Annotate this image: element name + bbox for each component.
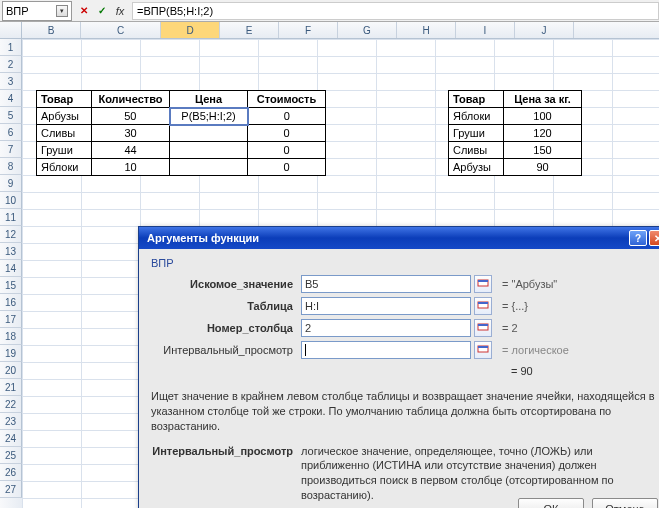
- cell-item[interactable]: Сливы: [449, 142, 504, 159]
- row-header-13[interactable]: 13: [0, 243, 22, 260]
- name-box[interactable]: ВПР ▾: [2, 1, 72, 21]
- row-header-21[interactable]: 21: [0, 379, 22, 396]
- col-header-G[interactable]: G: [338, 22, 397, 38]
- row-header-20[interactable]: 20: [0, 362, 22, 379]
- cell-price[interactable]: [170, 142, 248, 159]
- cell-qty[interactable]: 10: [92, 159, 170, 176]
- row-header-3[interactable]: 3: [0, 73, 22, 90]
- row-header-15[interactable]: 15: [0, 277, 22, 294]
- row-header-19[interactable]: 19: [0, 345, 22, 362]
- row-header-8[interactable]: 8: [0, 158, 22, 175]
- cell-item[interactable]: Яблоки: [37, 159, 92, 176]
- cell-cost[interactable]: 0: [248, 159, 326, 176]
- svg-rect-1: [478, 280, 488, 282]
- cell-qty[interactable]: 30: [92, 125, 170, 142]
- cell-price[interactable]: [170, 125, 248, 142]
- cell-item[interactable]: Арбузы: [37, 108, 92, 125]
- select-all-corner[interactable]: [0, 22, 22, 38]
- collapse-dialog-icon[interactable]: [474, 297, 492, 315]
- arg-input-range[interactable]: [301, 341, 471, 359]
- row-header-7[interactable]: 7: [0, 141, 22, 158]
- th-price: Цена: [170, 91, 248, 108]
- row-header-4[interactable]: 4: [0, 90, 22, 107]
- cell-cost[interactable]: 0: [248, 108, 326, 125]
- cell-cost[interactable]: 0: [248, 125, 326, 142]
- grid[interactable]: Товар Количество Цена Стоимость Арбузы 5…: [22, 39, 659, 508]
- th-cost: Стоимость: [248, 91, 326, 108]
- cell-item[interactable]: Груши: [37, 142, 92, 159]
- col-header-J[interactable]: J: [515, 22, 574, 38]
- row-header-22[interactable]: 22: [0, 396, 22, 413]
- cell-qty[interactable]: 50: [92, 108, 170, 125]
- row-header-26[interactable]: 26: [0, 464, 22, 481]
- cancel-formula-button[interactable]: ✕: [76, 3, 92, 19]
- col-header-E[interactable]: E: [220, 22, 279, 38]
- row-header-1[interactable]: 1: [0, 39, 22, 56]
- arg-result: = "Арбузы": [502, 278, 557, 290]
- row-header-25[interactable]: 25: [0, 447, 22, 464]
- dialog-title: Аргументы функции: [147, 232, 259, 244]
- products-table: Товар Количество Цена Стоимость Арбузы 5…: [36, 90, 326, 176]
- col-header-F[interactable]: F: [279, 22, 338, 38]
- row-header-23[interactable]: 23: [0, 413, 22, 430]
- arg-input-col[interactable]: 2: [301, 319, 471, 337]
- th-price: Цена за кг.: [504, 91, 582, 108]
- arg-input-table[interactable]: H:I: [301, 297, 471, 315]
- cell-cost[interactable]: 0: [248, 142, 326, 159]
- name-box-dropdown-icon[interactable]: ▾: [56, 5, 68, 17]
- col-header-I[interactable]: I: [456, 22, 515, 38]
- row-header-24[interactable]: 24: [0, 430, 22, 447]
- row-header-11[interactable]: 11: [0, 209, 22, 226]
- ok-button[interactable]: ОК: [518, 498, 584, 508]
- row-header-9[interactable]: 9: [0, 175, 22, 192]
- cell-price[interactable]: 100: [504, 108, 582, 125]
- cell-price[interactable]: [170, 159, 248, 176]
- collapse-dialog-icon[interactable]: [474, 341, 492, 359]
- row-header-14[interactable]: 14: [0, 260, 22, 277]
- cell-qty[interactable]: 44: [92, 142, 170, 159]
- cancel-button[interactable]: Отмена: [592, 498, 658, 508]
- table-row: Яблоки 100: [449, 108, 582, 125]
- row-header-18[interactable]: 18: [0, 328, 22, 345]
- cell-price-selected[interactable]: Р(B5;H:I;2): [170, 108, 248, 125]
- collapse-dialog-icon[interactable]: [474, 275, 492, 293]
- row-header-6[interactable]: 6: [0, 124, 22, 141]
- cell-item[interactable]: Сливы: [37, 125, 92, 142]
- table-row: Груши 44 0: [37, 142, 326, 159]
- svg-rect-5: [478, 324, 488, 326]
- dialog-body: ВПР Искомое_значение B5 = "Арбузы" Табли…: [139, 249, 659, 508]
- col-header-B[interactable]: B: [22, 22, 81, 38]
- col-header-H[interactable]: H: [397, 22, 456, 38]
- formula-bar-buttons: ✕ ✓ fx: [76, 3, 128, 19]
- row-header-2[interactable]: 2: [0, 56, 22, 73]
- th-item: Товар: [37, 91, 92, 108]
- cell-price[interactable]: 150: [504, 142, 582, 159]
- cell-price[interactable]: 120: [504, 125, 582, 142]
- cell-item[interactable]: Арбузы: [449, 159, 504, 176]
- arg-label: Таблица: [151, 300, 301, 312]
- cell-price[interactable]: 90: [504, 159, 582, 176]
- row-header-10[interactable]: 10: [0, 192, 22, 209]
- dialog-close-button[interactable]: ✕: [649, 230, 659, 246]
- confirm-formula-button[interactable]: ✓: [94, 3, 110, 19]
- collapse-dialog-icon[interactable]: [474, 319, 492, 337]
- row-header-27[interactable]: 27: [0, 481, 22, 498]
- fx-button[interactable]: fx: [112, 3, 128, 19]
- formula-input[interactable]: =ВПР(B5;H:I;2): [132, 2, 659, 20]
- row-header-12[interactable]: 12: [0, 226, 22, 243]
- col-header-D[interactable]: D: [161, 22, 220, 38]
- dialog-help-button[interactable]: ?: [629, 230, 647, 246]
- arg-row-lookup: Искомое_значение B5 = "Арбузы": [151, 275, 658, 293]
- arg-input-lookup[interactable]: B5: [301, 275, 471, 293]
- cell-item[interactable]: Груши: [449, 125, 504, 142]
- svg-rect-7: [478, 346, 488, 348]
- row-header-5[interactable]: 5: [0, 107, 22, 124]
- table-row: Сливы 30 0: [37, 125, 326, 142]
- row-header-17[interactable]: 17: [0, 311, 22, 328]
- row-header-16[interactable]: 16: [0, 294, 22, 311]
- th-qty: Количество: [92, 91, 170, 108]
- cell-item[interactable]: Яблоки: [449, 108, 504, 125]
- dialog-titlebar[interactable]: Аргументы функции ? ✕: [139, 227, 659, 249]
- argument-help: Интервальный_просмотр логическое значени…: [151, 444, 658, 503]
- col-header-C[interactable]: C: [81, 22, 161, 38]
